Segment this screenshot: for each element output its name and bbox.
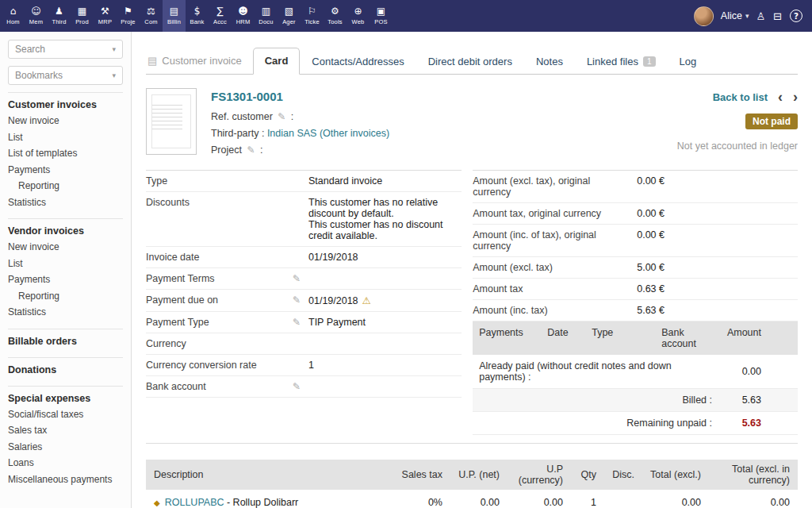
amount-row-amount-tax: Amount tax0.63 € xyxy=(473,279,798,300)
amount-value: 5.63 € xyxy=(609,305,665,316)
nav-item-label: Docu xyxy=(259,18,273,25)
chevron-right-icon[interactable]: › xyxy=(793,90,798,104)
edit-pencil-icon[interactable]: ✎ xyxy=(293,317,301,328)
tab-contacts-addresses[interactable]: Contacts/Addresses xyxy=(300,48,416,75)
invoice-thumbnail[interactable] xyxy=(146,88,197,155)
nav-item-ager[interactable]: ▧Ager xyxy=(278,0,301,32)
product-code-link[interactable]: ROLLUPABC xyxy=(165,497,224,508)
nav-item-docu[interactable]: ▥Docu xyxy=(255,0,278,32)
help-icon[interactable]: ? xyxy=(790,10,802,22)
sidebar-item-loans[interactable]: Loans xyxy=(8,455,123,471)
sidebar-item-statistics[interactable]: Statistics xyxy=(8,304,123,321)
nav-item-web[interactable]: ⊕Web xyxy=(347,0,370,32)
sidebar-heading-customer-invoices[interactable]: Customer invoices xyxy=(8,99,123,110)
edit-pencil-icon[interactable]: ✎ xyxy=(278,111,285,122)
invoice-ref: FS1301-0001 xyxy=(211,90,607,103)
tab-linked-files[interactable]: Linked files1 xyxy=(575,48,668,75)
nav-item-hom[interactable]: ⌂Hom xyxy=(2,0,25,32)
tab-card[interactable]: Card xyxy=(253,48,301,75)
amount-row-amount-inc-of-tax-original-currency: Amount (inc. of tax), original currency0… xyxy=(473,225,798,257)
print-icon[interactable]: ⊟ xyxy=(773,10,782,22)
edit-pencil-icon[interactable]: ✎ xyxy=(293,381,301,392)
navbar-right: Alice ▾ ♙⊟? xyxy=(694,0,812,32)
colon: : xyxy=(260,144,262,156)
chevron-left-icon[interactable]: ‹ xyxy=(778,90,783,104)
sidebar-item-statistics[interactable]: Statistics xyxy=(8,194,123,211)
amount-spacer xyxy=(665,208,798,219)
nav-item-accc[interactable]: ∑Accc xyxy=(209,0,232,32)
amount-row-amount-tax-original-currency: Amount tax, original currency0.00 € xyxy=(473,203,798,225)
thirdparty-link[interactable]: Indian SAS xyxy=(267,128,317,139)
nav-item-bank[interactable]: $Bank xyxy=(186,0,209,32)
nav-item-mrp[interactable]: ⚒MRP xyxy=(94,0,117,32)
back-to-list-link[interactable]: Back to list xyxy=(713,91,768,103)
sidebar-item-new-invoice[interactable]: New invoice xyxy=(8,113,123,129)
amount-spacer xyxy=(665,283,798,294)
nav-item-com[interactable]: ⚖Com xyxy=(140,0,163,32)
banner-info: FS1301-0001 Ref. customer ✎ : Third-part… xyxy=(211,88,607,159)
nav-item-prod[interactable]: ▦Prod xyxy=(71,0,94,32)
nav-item-third[interactable]: ♟Third xyxy=(48,0,71,32)
sidebar: Search ▾ Bookmarks ▾ Customer invoicesNe… xyxy=(0,32,132,508)
hrm-icon: ☻ xyxy=(238,6,248,17)
edit-pencil-icon[interactable]: ✎ xyxy=(293,294,301,306)
amount-spacer xyxy=(665,229,798,252)
search-label: Search xyxy=(15,44,45,55)
tickets-icon: ⚐ xyxy=(308,6,316,17)
nav-item-label: Bank xyxy=(190,18,205,25)
edit-pencil-icon[interactable]: ✎ xyxy=(293,273,301,284)
nav-item-label: MRP xyxy=(98,18,112,25)
sidebar-item-payments[interactable]: Payments xyxy=(8,162,123,179)
user-menu[interactable]: Alice ▾ xyxy=(721,10,749,21)
nav-item-hrm[interactable]: ☻HRM xyxy=(232,0,255,32)
sidebar-heading-vendor-invoices[interactable]: Vendor invoices xyxy=(8,225,123,237)
nav-item-mem[interactable]: ☺Mem xyxy=(25,0,48,32)
sidebar-item-reporting[interactable]: Reporting xyxy=(8,288,123,305)
amount-spacer xyxy=(665,305,798,316)
edit-pencil-icon[interactable]: ✎ xyxy=(247,144,255,156)
search-dropdown[interactable]: Search ▾ xyxy=(8,40,123,59)
sidebar-item-miscellaneous-payments[interactable]: Miscellaneous payments xyxy=(8,471,123,488)
sidebar-heading-special-expenses[interactable]: Special expenses xyxy=(8,393,123,404)
nav-item-label: Prod xyxy=(75,18,89,25)
thirdparty-line: Third-party : Indian SAS (Other invoices… xyxy=(211,125,607,142)
user-avatar[interactable] xyxy=(694,6,714,26)
amounts-table: Amount (excl. tax), original currency0.0… xyxy=(473,171,798,321)
sidebar-item-social-fiscal-taxes[interactable]: Social/fiscal taxes xyxy=(8,406,123,423)
nav-item-pos[interactable]: ▣POS xyxy=(370,0,393,32)
app: ⌂Hom☺Mem♟Third▦Prod⚒MRP⚑Proje⚖Com▤Billin… xyxy=(0,0,812,508)
other-invoices-link[interactable]: (Other invoices) xyxy=(320,128,389,139)
already-paid-row: Already paid (without credit notes and d… xyxy=(473,355,798,389)
tab-log[interactable]: Log xyxy=(668,48,709,75)
bookmarks-dropdown[interactable]: Bookmarks ▾ xyxy=(8,66,123,85)
sidebar-item-list[interactable]: List xyxy=(8,256,123,272)
nav-item-billin[interactable]: ▤Billin xyxy=(163,0,186,32)
field-label: Currency conversion rate xyxy=(146,360,308,371)
sidebar-heading-billable-orders[interactable]: Billable orders xyxy=(8,336,123,347)
warning-icon: ⚠ xyxy=(362,294,371,306)
sidebar-item-sales-tax[interactable]: Sales tax xyxy=(8,422,123,439)
tab-direct-debit-orders[interactable]: Direct debit orders xyxy=(416,48,524,75)
main-content: ▤ Customer invoice CardContacts/Addresse… xyxy=(132,32,812,508)
billed-row: Billed : 5.63 xyxy=(473,389,798,412)
banner-right: Back to list ‹ › Not paid Not yet accoun… xyxy=(607,88,798,159)
line-total-currency: 0.00 xyxy=(703,497,791,508)
sidebar-item-payments[interactable]: Payments xyxy=(8,271,123,288)
sidebar-item-reporting[interactable]: Reporting xyxy=(8,178,123,194)
sidebar-section-donations: Donations xyxy=(8,357,123,383)
tab-notes[interactable]: Notes xyxy=(524,48,575,75)
nav-item-ticke[interactable]: ⚐Ticke xyxy=(301,0,324,32)
fields-table: TypeStandard invoiceDiscountsThis custom… xyxy=(146,170,462,435)
colon: : xyxy=(262,128,264,139)
nav-item-tools[interactable]: ⚙Tools xyxy=(324,0,347,32)
sidebar-item-list[interactable]: List xyxy=(8,129,123,146)
nav-item-proje[interactable]: ⚑Proje xyxy=(117,0,140,32)
sidebar-heading-donations[interactable]: Donations xyxy=(8,364,123,375)
sidebar-item-new-invoice[interactable]: New invoice xyxy=(8,239,123,256)
lines-col-sales-tax: Sales tax xyxy=(395,469,444,480)
sidebar-item-list-of-templates[interactable]: List of templates xyxy=(8,145,123,162)
line-row-rollupabc: ◆ROLLUPABC - Rollup Dolibarr0%0.000.0010… xyxy=(146,490,798,508)
sidebar-item-salaries[interactable]: Salaries xyxy=(8,439,123,456)
virtual-card-icon[interactable]: ♙ xyxy=(756,10,765,22)
commerce-icon: ⚖ xyxy=(147,6,155,17)
